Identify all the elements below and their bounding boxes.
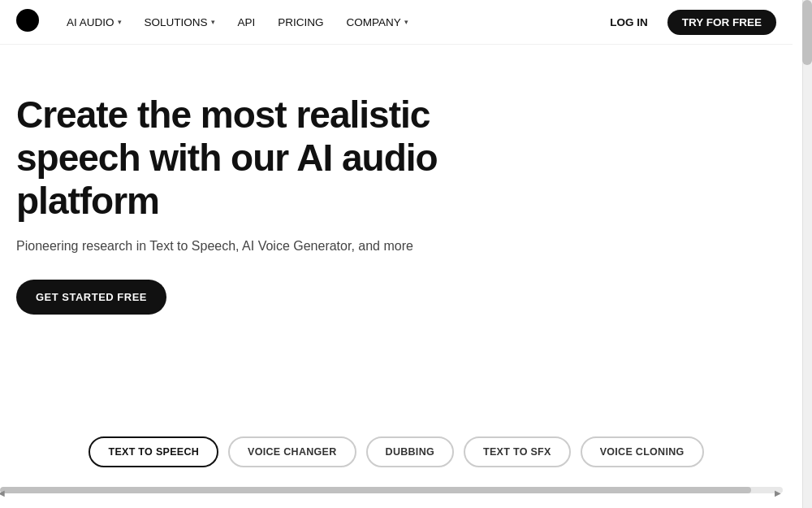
tab-text-to-speech[interactable]: TEXT TO SPEECH: [89, 436, 218, 467]
nav-link-pricing: PRICING: [278, 16, 323, 28]
navbar-left: AI AUDIO ▾ SOLUTIONS ▾ API PRICING COMPA…: [16, 9, 408, 35]
hero-title: Create the most realistic speech with ou…: [16, 93, 552, 223]
tab-voice-changer[interactable]: VOICE CHANGER: [228, 436, 356, 467]
vertical-scrollbar-track: [802, 0, 812, 508]
scroll-left-arrow[interactable]: ◀: [0, 488, 5, 497]
nav-item-ai-audio[interactable]: AI AUDIO ▾: [67, 16, 122, 28]
bottom-tabs: TEXT TO SPEECH VOICE CHANGER DUBBING TEX…: [89, 436, 703, 467]
logo[interactable]: [16, 9, 39, 35]
nav-link-solutions: SOLUTIONS: [145, 16, 208, 28]
logo-icon: [16, 9, 39, 32]
tab-text-to-sfx[interactable]: TEXT TO SFX: [464, 436, 571, 467]
login-button[interactable]: LOG IN: [600, 11, 658, 33]
h-scrollbar-thumb: [0, 487, 751, 493]
nav-link-api: API: [238, 16, 256, 28]
tab-voice-cloning[interactable]: VOICE CLONING: [581, 436, 704, 467]
nav-item-pricing[interactable]: PRICING: [278, 16, 323, 28]
get-started-button[interactable]: GET STARTED FREE: [16, 280, 166, 315]
nav-links: AI AUDIO ▾ SOLUTIONS ▾ API PRICING COMPA…: [67, 16, 408, 28]
content-area: [0, 347, 793, 508]
nav-item-company[interactable]: COMPANY ▾: [347, 16, 408, 28]
horizontal-scrollbar[interactable]: [0, 487, 783, 493]
chevron-down-icon: ▾: [118, 18, 122, 26]
nav-link-ai-audio: AI AUDIO: [67, 16, 114, 28]
chevron-down-icon: ▾: [211, 18, 215, 26]
navbar: AI AUDIO ▾ SOLUTIONS ▾ API PRICING COMPA…: [0, 0, 793, 45]
navbar-right: LOG IN TRY FOR FREE: [600, 10, 776, 35]
tab-dubbing[interactable]: DUBBING: [366, 436, 454, 467]
bottom-tabs-wrapper: TEXT TO SPEECH VOICE CHANGER DUBBING TEX…: [0, 436, 793, 467]
hero-subtitle: Pioneering research in Text to Speech, A…: [16, 239, 552, 254]
vertical-scrollbar-thumb[interactable]: [802, 0, 812, 65]
hero-section: Create the most realistic speech with ou…: [0, 45, 568, 347]
nav-item-solutions[interactable]: SOLUTIONS ▾: [145, 16, 215, 28]
nav-link-company: COMPANY: [347, 16, 401, 28]
nav-item-api[interactable]: API: [238, 16, 256, 28]
scroll-right-arrow[interactable]: ▶: [775, 488, 781, 497]
try-free-button[interactable]: TRY FOR FREE: [667, 10, 776, 35]
chevron-down-icon: ▾: [404, 18, 408, 26]
